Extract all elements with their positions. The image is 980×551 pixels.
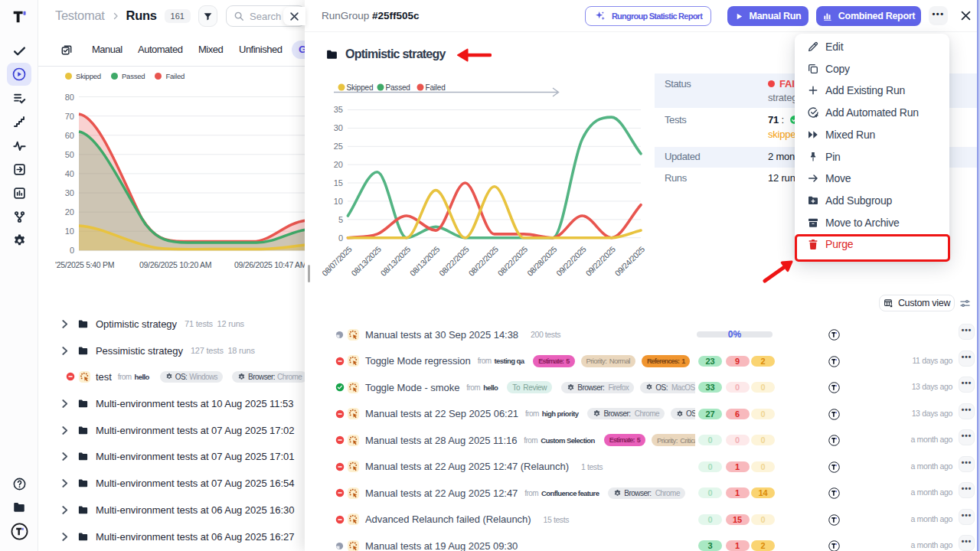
svg-text:08/13/2025: 08/13/2025 xyxy=(349,244,383,278)
svg-text:09/22/2025: 09/22/2025 xyxy=(554,244,588,278)
svg-text:10: 10 xyxy=(334,197,343,206)
svg-text:70: 70 xyxy=(65,112,74,121)
svg-text:08/22/2025: 08/22/2025 xyxy=(496,244,530,278)
svg-text:15: 15 xyxy=(334,178,343,187)
svg-text:09/24/2025: 09/24/2025 xyxy=(613,244,647,278)
svg-text:0: 0 xyxy=(70,246,74,255)
svg-text:0: 0 xyxy=(338,233,343,243)
svg-text:40: 40 xyxy=(65,169,74,178)
svg-text:Passed: Passed xyxy=(386,83,410,92)
svg-text:08/22/2025: 08/22/2025 xyxy=(437,244,471,278)
svg-text:50: 50 xyxy=(65,150,74,159)
svg-text:60: 60 xyxy=(65,131,74,140)
svg-text:30: 30 xyxy=(65,188,74,197)
svg-text:20: 20 xyxy=(65,207,74,217)
svg-text:08/22/2025: 08/22/2025 xyxy=(466,244,500,278)
svg-text:09/26/2025 10:47 AM: 09/26/2025 10:47 AM xyxy=(234,260,306,269)
svg-text:'25/2025 5:40 PM: '25/2025 5:40 PM xyxy=(55,260,114,269)
svg-text:08/07/2025: 08/07/2025 xyxy=(320,244,354,278)
svg-text:08/13/2025: 08/13/2025 xyxy=(408,244,442,278)
svg-text:Skipped: Skipped xyxy=(347,83,374,92)
svg-text:80: 80 xyxy=(65,93,74,102)
svg-text:25: 25 xyxy=(334,142,343,151)
svg-text:Failed: Failed xyxy=(426,83,446,92)
svg-text:10: 10 xyxy=(65,227,74,236)
svg-text:09/22/2025: 09/22/2025 xyxy=(583,244,617,278)
svg-text:08/13/2025: 08/13/2025 xyxy=(379,244,413,278)
svg-text:20: 20 xyxy=(334,160,343,169)
svg-text:30: 30 xyxy=(334,123,343,132)
svg-text:08/28/2025: 08/28/2025 xyxy=(525,244,559,278)
svg-text:5: 5 xyxy=(338,215,343,224)
svg-text:35: 35 xyxy=(334,105,343,114)
svg-text:09/26/2025 10:20 AM: 09/26/2025 10:20 AM xyxy=(139,260,211,269)
